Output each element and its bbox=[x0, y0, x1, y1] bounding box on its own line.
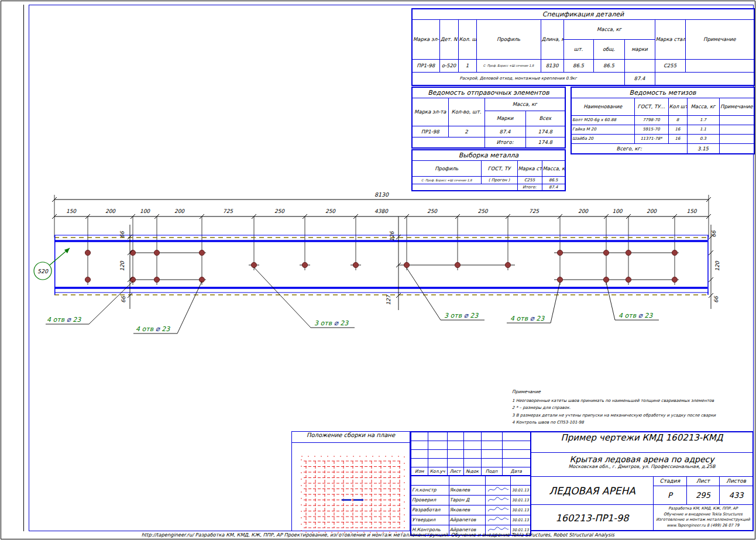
table-cell: 30.01.13 bbox=[510, 485, 531, 495]
table-cell bbox=[447, 458, 463, 467]
signature-scribble bbox=[485, 515, 510, 525]
table-cell bbox=[502, 449, 531, 458]
notes-block: Примечание 1 Неоговоренные катеты швов п… bbox=[512, 388, 753, 427]
revision-grid: ИзмКол.учЛист№докПодпДата bbox=[410, 431, 531, 476]
bolt-hole bbox=[85, 277, 90, 282]
dim-label: 200 bbox=[647, 208, 657, 214]
table-cell bbox=[411, 476, 449, 485]
dim-label: 725 bbox=[529, 208, 539, 214]
table-cell bbox=[481, 432, 502, 441]
company-info-line: Обучение и внедрение Tekla Structures bbox=[654, 512, 752, 518]
table-cell bbox=[481, 458, 502, 467]
plan-location-box: Положение сборки на плане bbox=[291, 431, 410, 531]
dim-label: 200 bbox=[105, 208, 116, 214]
bolt-hole bbox=[455, 262, 460, 267]
stage-value-row: Р295433 bbox=[654, 486, 752, 504]
stage-header-cell: Лист bbox=[687, 477, 720, 486]
table-cell bbox=[411, 441, 428, 449]
table-cell: 30.01.13 bbox=[510, 505, 531, 515]
rev-header-cell: Лист bbox=[447, 467, 463, 476]
stage-header-cell: Листов bbox=[720, 477, 752, 486]
vdim-label: 120 bbox=[714, 260, 720, 271]
stage-header-cell: Стадия bbox=[654, 477, 687, 486]
doc-number: 160213-ПР1-98 bbox=[531, 505, 654, 531]
table-cell: Утвердил bbox=[411, 515, 449, 525]
dim-label: 150 bbox=[686, 208, 697, 214]
bolt-hole bbox=[557, 277, 562, 282]
signature-row: РазработалЯковлев30.01.13 bbox=[411, 505, 531, 515]
table-cell bbox=[428, 432, 447, 441]
table-cell bbox=[502, 458, 531, 467]
dim-label: 4380 bbox=[374, 208, 389, 214]
dim-label: 100 bbox=[140, 208, 150, 214]
signature-row: ПроверилТарон Д30.01.13 bbox=[411, 495, 531, 505]
dim-label: 725 bbox=[223, 208, 233, 214]
plan-box-title: Положение сборки на плане bbox=[292, 432, 410, 443]
hole-count-label: 4 отв ⌀ 23 bbox=[510, 314, 545, 322]
stage-value-cell: Р bbox=[654, 486, 687, 504]
table-cell: Айрапетов bbox=[449, 515, 485, 525]
bolt-hole bbox=[557, 250, 562, 255]
leader-line bbox=[407, 268, 441, 320]
table-cell bbox=[428, 449, 447, 458]
table-cell bbox=[447, 441, 463, 449]
overall-dim-label: 8130 bbox=[374, 191, 389, 198]
bolt-hole bbox=[626, 277, 631, 282]
doc-example-title: Пример чертежи КМД 160213-КМД bbox=[531, 432, 752, 453]
rev-header-cell: Подп bbox=[481, 467, 502, 476]
hole-count-label: 4 отв ⌀ 23 bbox=[47, 315, 81, 324]
vdim-label: 120 bbox=[119, 260, 125, 271]
callout-arrowhead bbox=[64, 248, 70, 253]
signature-row: Гл.констрЯковлев30.01.13 bbox=[411, 485, 531, 495]
table-cell: 30.01.13 bbox=[510, 495, 531, 505]
position-callout-label: 520 bbox=[37, 268, 49, 274]
company-info-line: www.Tapengineer.ru 8 (499) 26 07 79 bbox=[654, 523, 752, 529]
vdim-label: 126 bbox=[389, 231, 395, 241]
stage-header-row: СтадияЛистЛистов bbox=[654, 477, 752, 486]
bolt-hole bbox=[353, 262, 358, 267]
table-cell bbox=[463, 458, 481, 467]
vdim-label: 66 bbox=[121, 295, 126, 303]
table-cell bbox=[463, 449, 481, 458]
footer-text: http://tapengineer.ru/ Разработка КМ, КМ… bbox=[0, 532, 756, 538]
rev-header-cell: Дата bbox=[502, 467, 531, 476]
note-item: 4 Контроль швов по СП53-101-98 bbox=[512, 419, 753, 427]
plan-grid bbox=[292, 442, 409, 530]
vdim-label: 66 bbox=[713, 295, 719, 303]
hole-count-label: 4 отв ⌀ 23 bbox=[618, 311, 653, 319]
table-cell bbox=[463, 441, 481, 449]
bolt-hole bbox=[626, 250, 631, 255]
table-cell bbox=[411, 449, 428, 458]
table-cell bbox=[481, 441, 502, 449]
dim-label: 150 bbox=[66, 208, 77, 214]
table-cell: Тарон Д bbox=[449, 495, 485, 505]
table-cell bbox=[502, 432, 531, 441]
dim-label: 250 bbox=[477, 208, 488, 214]
drawing-sheet: Спецификация деталей Марка эл-та Дет. N … bbox=[0, 0, 756, 540]
rev-header-cell: Изм bbox=[411, 467, 428, 476]
object-line1: Крытая ледовая арена по адресу bbox=[531, 455, 752, 464]
signature-table: Гл.констрЯковлев30.01.13ПроверилТарон Д3… bbox=[410, 475, 531, 536]
table-cell bbox=[428, 458, 447, 467]
bolt-hole bbox=[302, 262, 307, 267]
bolt-hole bbox=[505, 262, 510, 267]
note-item: 1 Неоговоренные катеты швов принимать по… bbox=[512, 397, 753, 405]
company-info-line: Изготовление и монтаж металлоконструкций bbox=[654, 517, 752, 523]
table-cell: Яковлев bbox=[449, 485, 485, 495]
table-cell bbox=[449, 476, 485, 485]
hole-count-label: 4 отв ⌀ 23 bbox=[136, 325, 170, 333]
table-cell bbox=[481, 449, 502, 458]
signature-scribble bbox=[485, 505, 510, 515]
bolt-hole bbox=[404, 262, 409, 267]
table-cell bbox=[447, 449, 463, 458]
table-cell: Яковлев bbox=[449, 505, 485, 515]
project-title-main: ЛЕДОВАЯ АРЕНА bbox=[531, 477, 654, 504]
bolt-hole bbox=[251, 262, 256, 267]
bolt-hole bbox=[199, 250, 204, 255]
bolt-hole bbox=[603, 277, 609, 282]
table-cell bbox=[510, 476, 531, 485]
hole-count-label: 3 отв ⌀ 23 bbox=[314, 319, 349, 327]
signature-scribble bbox=[485, 485, 510, 495]
signature-scribble bbox=[485, 495, 510, 505]
bolt-hole bbox=[154, 277, 159, 282]
